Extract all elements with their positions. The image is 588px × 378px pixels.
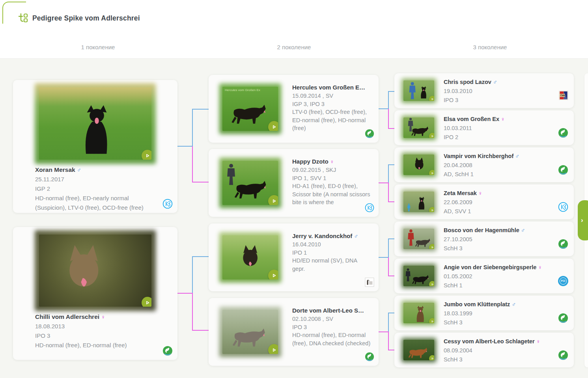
play-video-button[interactable]: [142, 150, 151, 160]
play-video-button[interactable]: [268, 195, 278, 205]
dog-name[interactable]: Elsa vom Großen Ex ♀: [444, 115, 556, 124]
sv-badge-icon: [162, 346, 173, 356]
dog-birthdate: 20.04.2008: [444, 161, 556, 170]
dog-name[interactable]: Happy Dzoto ♀: [292, 157, 371, 166]
dog-name[interactable]: Jerry v. Kandonckhof ♂: [292, 232, 371, 240]
pedigree-card-gen3-8[interactable]: Cessy vom Albert-Leo Schlageter ♀ 08.09.…: [394, 333, 574, 367]
dog-name[interactable]: Dorte vom Albert-Leo S…: [292, 306, 371, 315]
dog-photo[interactable]: [35, 83, 156, 164]
dog-photo-image: [403, 155, 434, 175]
app-logo-icon[interactable]: [18, 13, 28, 23]
dog-silhouette: [229, 99, 271, 128]
dog-photo[interactable]: Hercules vom Großen Ex: [219, 84, 281, 134]
dog-silhouette: [411, 305, 429, 323]
play-video-button[interactable]: [429, 133, 434, 138]
pedigree-card-gen3-7[interactable]: Jumbo vom Klüttenplatz ♂ 18.03.1999 SchH…: [394, 296, 574, 330]
dog-photo[interactable]: [401, 227, 436, 251]
dog-photo[interactable]: [401, 338, 436, 362]
play-video-button[interactable]: [268, 270, 278, 279]
sv-badge-icon: [558, 128, 568, 138]
handler-silhouette: [405, 266, 411, 284]
dog-name-text: Chris spod Lazov: [444, 79, 491, 85]
dog-health: HD/ED normal (SV), DNA gepr.: [292, 257, 371, 273]
dog-name[interactable]: Zeta Mersak ♀: [444, 189, 556, 198]
dog-birthdate: 18.08.2013: [35, 322, 158, 331]
expand-generations-button[interactable]: ›: [578, 200, 588, 240]
dog-name-text: Jumbo vom Klüttenplatz: [444, 301, 510, 307]
pedigree-card-gen3-1[interactable]: Chris spod Lazov ♂ 19.03.2010 IPO 3: [394, 73, 574, 108]
dog-titles: IPO 3: [35, 331, 158, 341]
cmku-badge-icon: [559, 91, 568, 100]
pedigree-card-dam-dam[interactable]: Dorte vom Albert-Leo S… 02.10.2008 , SV …: [209, 298, 379, 366]
pedigree-card-gen3-5[interactable]: Bosco von der Hagenmühle ♂ 27.10.2005 Sc…: [394, 222, 574, 256]
dog-name[interactable]: Hercules vom Großen E…: [292, 83, 371, 92]
dog-name-text: Jerry v. Kandonckhof: [292, 233, 352, 239]
play-video-button[interactable]: [429, 96, 434, 101]
dog-name[interactable]: Chilli vom Adlerschrei ♀: [35, 312, 158, 322]
dog-titles: AD, SchH 1: [444, 170, 556, 179]
pedigree-card-sire-dam[interactable]: Happy Dzoto ♀ 09.02.2015 , SKJ IPO 1, SV…: [209, 149, 379, 217]
dog-photo[interactable]: [35, 230, 156, 311]
generation-tabs: 1 поколение 2 поколение 3 поколение: [0, 36, 588, 59]
dog-photo-image: [222, 235, 278, 279]
dog-birthdate: 19.03.2010: [444, 87, 556, 96]
play-video-button[interactable]: [429, 244, 434, 249]
dog-name[interactable]: Cessy vom Albert-Leo Schlageter ♀: [444, 337, 556, 346]
dog-photo-image: [222, 161, 278, 205]
pedigree-card-gen3-4[interactable]: Zeta Mersak ♀ 22.06.2009 AD, SVV 1: [394, 184, 574, 219]
dog-photo[interactable]: [401, 301, 436, 325]
sv-badge-icon: [558, 350, 568, 360]
pedigree-card-dam-sire[interactable]: Jerry v. Kandonckhof ♂ 16.04.2010 IPO 1 …: [209, 223, 379, 291]
male-icon: ♂: [515, 153, 519, 159]
play-video-button[interactable]: [429, 318, 434, 323]
play-video-button[interactable]: [268, 121, 278, 131]
dog-photo-image: [39, 235, 151, 307]
dog-photo[interactable]: [219, 232, 281, 283]
tab-generation-3[interactable]: 3 поколение: [392, 36, 588, 58]
dog-name[interactable]: Vampir vom Kirchberghof ♂: [444, 152, 556, 161]
dog-photo[interactable]: [401, 153, 436, 177]
dog-birthdate: 18.03.1999: [444, 309, 556, 318]
sv-badge-icon: [558, 239, 568, 249]
dog-name[interactable]: Jumbo vom Klüttenplatz ♂: [444, 300, 556, 309]
play-video-button[interactable]: [142, 297, 151, 307]
dog-photo[interactable]: [401, 190, 436, 214]
dog-info: Hercules vom Großen E… 15.09.2014 , SV I…: [292, 83, 371, 132]
dog-health: HD-A1 (free), ED-0 (free), Scissor bite …: [292, 182, 371, 207]
tab-generation-1[interactable]: 1 поколение: [0, 36, 196, 58]
play-video-button[interactable]: [429, 207, 434, 212]
pedigree-card-gen3-3[interactable]: Vampir vom Kirchberghof ♂ 20.04.2008 AD,…: [394, 147, 574, 182]
dog-photo[interactable]: [401, 78, 436, 103]
pedigree-card-sire[interactable]: Xoran Mersak ♂ 25.11.2017 IGP 2 HD-norma…: [13, 80, 177, 213]
pedigree-card-dam[interactable]: Chilli vom Adlerschrei ♀ 18.08.2013 IPO …: [13, 227, 177, 360]
dog-name-text: Xoran Mersak: [35, 166, 75, 173]
female-icon: ♀: [478, 190, 483, 196]
dog-titles: IPO 1: [292, 249, 371, 257]
play-video-button[interactable]: [429, 355, 434, 360]
pedigree-card-sire-sire[interactable]: Hercules vom Großen Ex Hercules vom Groß…: [209, 75, 379, 143]
dog-silhouette: [417, 84, 430, 101]
dog-info: Jerry v. Kandonckhof ♂ 16.04.2010 IPO 1 …: [292, 232, 371, 273]
play-video-button[interactable]: [429, 281, 434, 286]
play-video-button[interactable]: [429, 170, 434, 175]
female-icon: ♀: [538, 264, 542, 270]
tab-generation-2[interactable]: 2 поколение: [196, 36, 392, 58]
dog-photo[interactable]: [219, 307, 281, 357]
dog-titles: SchH 3: [444, 318, 556, 327]
pedigree-page: Pedigree Spike vom Adlerschrei 1 поколен…: [0, 0, 588, 378]
dog-name[interactable]: Chris spod Lazov ♂: [444, 78, 556, 87]
dog-name[interactable]: Bosco von der Hagenmühle ♂: [444, 226, 556, 235]
pedigree-card-gen3-6[interactable]: Angie von der Siebengebirgsperle ♀ 01.05…: [394, 259, 574, 293]
dog-photo[interactable]: [401, 264, 436, 288]
dog-name[interactable]: Angie von der Siebengebirgsperle ♀: [444, 263, 556, 272]
dog-titles: SchH 3: [444, 355, 556, 364]
dog-titles: IPO 2: [444, 133, 556, 142]
dog-photo[interactable]: [219, 158, 281, 208]
dog-photo[interactable]: [401, 115, 436, 140]
dog-name[interactable]: Xoran Mersak ♂: [35, 165, 158, 175]
dog-photo-image: Hercules vom Großen Ex: [222, 87, 278, 131]
play-video-button[interactable]: [268, 344, 278, 354]
pedigree-card-gen3-2[interactable]: Elsa vom Großen Ex ♀ 10.03.2011 IPO 2: [394, 110, 574, 145]
dog-titles: AD, SVV 1: [444, 207, 556, 216]
dog-photo-image: [403, 80, 434, 101]
